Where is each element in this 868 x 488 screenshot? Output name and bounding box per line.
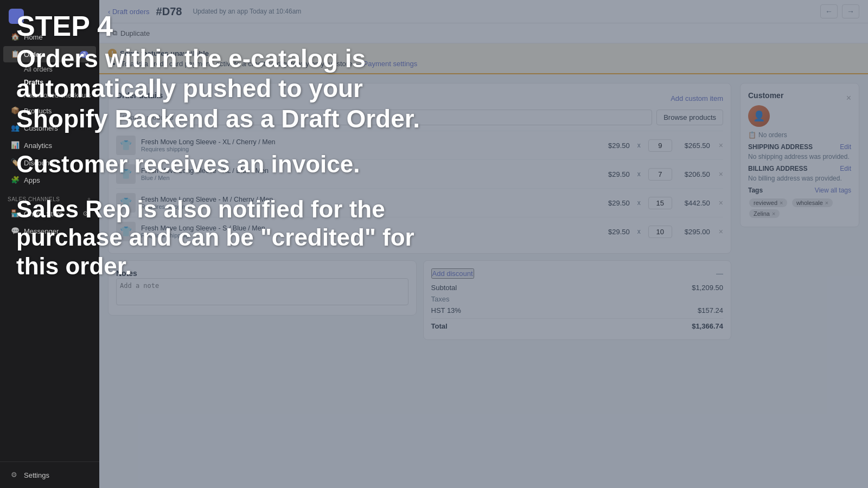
remove-product-icon[interactable]: ×: [719, 227, 723, 236]
notes-title: Notes: [116, 269, 137, 278]
customer-close-icon[interactable]: ×: [846, 93, 851, 103]
prev-order-button[interactable]: ←: [820, 4, 838, 18]
subtotal-value: $1,209.50: [692, 284, 723, 292]
billing-address-text: No billing address was provided.: [748, 175, 851, 182]
hst-value: $157.24: [698, 306, 723, 314]
sales-channels-section: SALES CHANNELS ＋: [0, 189, 99, 205]
order-details-title: Order details: [116, 91, 163, 100]
product-row: 👕 Fresh Move Long Sleeve - S / Blue / Me…: [116, 217, 723, 246]
hst-label: HST 13%: [431, 306, 461, 314]
billing-edit-link[interactable]: Edit: [840, 165, 851, 172]
warning-banner: ! Some features unavailable To add a cre…: [99, 43, 868, 74]
total-label: Total: [431, 322, 448, 330]
sidebar-item-discounts[interactable]: 🏷️ Discounts: [3, 155, 96, 171]
customer-card: Customer × 👤 📋 No orders SHIPPING ADDRES…: [740, 83, 859, 227]
quantity-input[interactable]: [648, 139, 672, 152]
sidebar-item-messenger[interactable]: 💬 Messenger: [3, 223, 96, 239]
add-discount-button[interactable]: Add discount: [431, 268, 474, 279]
customers-icon: 👥: [11, 124, 20, 132]
shipping-edit-link[interactable]: Edit: [840, 143, 851, 151]
quantity-input[interactable]: [648, 168, 672, 181]
order-details-card: Order details Add custom item Browse pro…: [108, 83, 731, 254]
product-total: $295.00: [678, 228, 710, 236]
order-id: #D78: [156, 5, 182, 18]
remove-product-icon[interactable]: ×: [719, 170, 723, 178]
product-thumbnail: 👕: [116, 136, 136, 155]
tag-remove-icon[interactable]: ×: [825, 200, 828, 206]
shipping-address-section: SHIPPING ADDRESS Edit No shipping addres…: [748, 143, 851, 160]
multiply-icon: x: [637, 170, 641, 178]
settings-icon-store[interactable]: ⚙: [82, 210, 88, 217]
total-value: $1,366.74: [692, 322, 723, 330]
tag-remove-icon[interactable]: ×: [780, 200, 783, 206]
product-sub: Requires shipping: [141, 232, 596, 239]
main-content: ‹ Draft orders #D78 Updated by an app To…: [99, 0, 868, 488]
content-area: Order details Add custom item Browse pro…: [99, 74, 868, 488]
product-info: Fresh Move Long Sleeve - S / Blue / Men …: [141, 224, 596, 239]
product-row: 👕 Fresh Move Long Sleeve - XL / Blue / M…: [116, 159, 723, 188]
updated-text: Updated by an app Today at 10:46am: [193, 8, 301, 15]
sidebar-item-products[interactable]: 📦 Products: [3, 102, 96, 119]
sidebar-item-apps[interactable]: 🧩 Apps: [3, 172, 96, 188]
left-panel: Order details Add custom item Browse pro…: [108, 83, 731, 479]
warning-icon: !: [108, 49, 117, 57]
product-name: Fresh Move Long Sleeve - M / Cherry / Me…: [141, 196, 596, 203]
sidebar-sub-abandoned[interactable]: Abandoned checkouts: [3, 89, 96, 101]
tag-chip: wholesale ×: [792, 198, 833, 207]
product-sub: Requires shipping: [141, 146, 596, 152]
sidebar-item-online-store[interactable]: 🏪 Online Store ⚙: [3, 206, 96, 222]
payment-settings-link[interactable]: Payment settings: [363, 60, 418, 68]
back-chevron-icon: ‹: [108, 8, 110, 16]
warning-list: To add a credit card payment, activate a…: [121, 60, 859, 68]
quantity-input[interactable]: [648, 226, 672, 238]
action-row: ⧉ Duplicate: [99, 23, 868, 43]
product-price: $29.50: [602, 170, 630, 178]
messenger-icon: 💬: [11, 227, 20, 235]
browse-products-button[interactable]: Browse products: [656, 110, 723, 125]
apps-icon: 🧩: [11, 176, 20, 184]
duplicate-button[interactable]: ⧉ Duplicate: [108, 27, 154, 40]
orders-badge: 3: [80, 51, 88, 58]
sidebar-item-home[interactable]: 🏠 Home: [3, 29, 96, 45]
product-total: $442.50: [678, 199, 710, 207]
collapse-icon[interactable]: —: [716, 269, 723, 278]
product-info: Fresh Move Long Sleeve - XL / Blue / Men…: [141, 167, 596, 181]
add-channel-icon[interactable]: ＋: [86, 195, 92, 203]
total-row: Total $1,366.74: [431, 318, 724, 332]
sidebar-item-orders[interactable]: 📋 Orders 3: [3, 46, 96, 62]
product-row: 👕 Fresh Move Long Sleeve - XL / Cherry /…: [116, 131, 723, 159]
product-info: Fresh Move Long Sleeve - XL / Cherry / M…: [141, 138, 596, 152]
sidebar-sub-drafts[interactable]: Drafts: [3, 76, 96, 88]
quantity-input[interactable]: [648, 197, 672, 209]
bottom-row: Notes Add discount — Subtotal $1,209.50 …: [108, 260, 731, 340]
product-name: Fresh Move Long Sleeve - S / Blue / Men: [141, 224, 596, 232]
taxes-label: Taxes: [431, 295, 450, 303]
customer-avatar: 👤: [748, 105, 770, 127]
store-icon: 🏪: [11, 209, 20, 218]
product-thumbnail: 👕: [116, 164, 136, 184]
product-search-input[interactable]: [116, 110, 652, 125]
sidebar-sub-all-orders[interactable]: All orders: [3, 63, 96, 75]
sidebar-item-analytics[interactable]: 📊 Analytics: [3, 137, 96, 153]
add-custom-item-button[interactable]: Add custom item: [671, 94, 723, 102]
breadcrumb-link[interactable]: ‹ Draft orders: [108, 8, 150, 16]
sidebar-item-customers[interactable]: 👥 Customers: [3, 120, 96, 136]
product-search-row: Browse products: [116, 110, 723, 125]
shipping-address-text: No shipping address was provided.: [748, 153, 851, 160]
topbar: ‹ Draft orders #D78 Updated by an app To…: [99, 0, 868, 23]
tag-remove-icon[interactable]: ×: [772, 210, 775, 217]
next-order-button[interactable]: →: [842, 4, 859, 18]
notes-textarea[interactable]: [116, 278, 409, 305]
remove-product-icon[interactable]: ×: [719, 198, 723, 207]
products-icon: 📦: [11, 106, 20, 115]
product-sub: Blue / Men: [141, 175, 596, 181]
sidebar-item-settings[interactable]: ⚙ Settings: [3, 467, 96, 483]
summary-card: Add discount — Subtotal $1,209.50 Taxes …: [423, 260, 732, 340]
tags-title: Tags: [748, 187, 763, 194]
remove-product-icon[interactable]: ×: [719, 141, 723, 150]
warning-title: ! Some features unavailable: [108, 49, 859, 57]
tag-chip: Zelina ×: [749, 209, 780, 218]
customer-title: Customer: [748, 91, 783, 100]
view-all-tags-link[interactable]: View all tags: [815, 187, 851, 194]
analytics-icon: 📊: [11, 141, 20, 150]
